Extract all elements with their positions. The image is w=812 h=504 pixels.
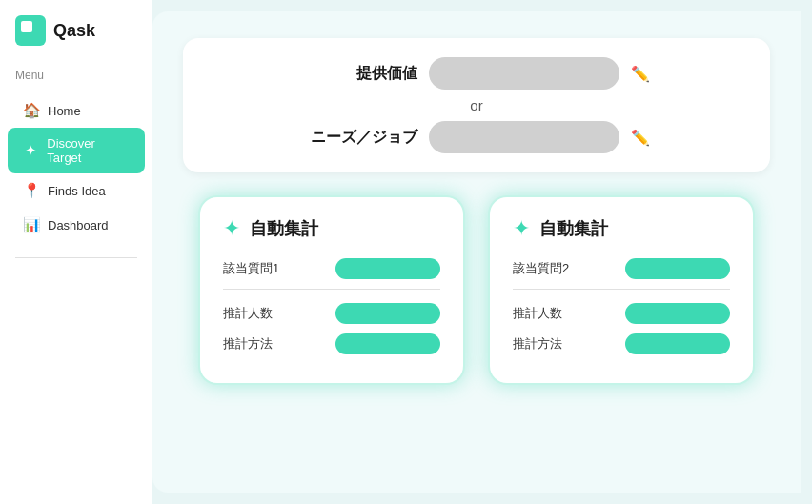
home-icon: 🏠	[23, 102, 40, 119]
card1-sparkle-icon: ✦	[223, 216, 240, 241]
card2-row3-label: 推計方法	[513, 335, 562, 353]
finds-idea-icon: 📍	[23, 182, 40, 199]
card2-row1: 該当質問2	[513, 258, 730, 279]
card2-divider	[513, 289, 730, 290]
card1-title: 自動集計	[250, 217, 318, 240]
cards-section: ✦ 自動集計 該当質問1 推計人数 推計方法 ✦ 自動集計	[183, 195, 770, 385]
sidebar-item-dashboard-label: Dashboard	[48, 218, 109, 232]
sidebar-divider	[15, 257, 137, 258]
field2-label: ニーズ／ジョブ	[303, 128, 417, 148]
logo-icon	[15, 15, 46, 46]
sidebar-item-home[interactable]: 🏠 Home	[8, 93, 145, 128]
card1-row3: 推計方法	[223, 333, 440, 354]
sidebar: Qask Menu 🏠 Home ✦ Discover Target 📍 Fin…	[0, 0, 152, 504]
field1-input[interactable]	[429, 57, 619, 90]
card2: ✦ 自動集計 該当質問2 推計人数 推計方法	[488, 195, 755, 385]
dashboard-icon: 📊	[23, 216, 40, 233]
card1-row1: 該当質問1	[223, 258, 440, 279]
card2-row3-bar	[625, 333, 730, 354]
field1-label: 提供価値	[303, 64, 417, 84]
field2-row: ニーズ／ジョブ ✏️	[221, 121, 732, 153]
top-form-section: 提供価値 ✏️ or ニーズ／ジョブ ✏️	[183, 38, 770, 172]
card1-divider	[223, 289, 440, 290]
card2-row2-label: 推計人数	[513, 305, 562, 322]
card1: ✦ 自動集計 該当質問1 推計人数 推計方法	[198, 195, 465, 385]
sidebar-item-discover-label: Discover Target	[47, 136, 130, 165]
card2-header: ✦ 自動集計	[513, 216, 730, 241]
discover-icon: ✦	[23, 142, 39, 159]
card1-row2-bar	[335, 303, 440, 324]
field2-input[interactable]	[429, 121, 619, 153]
card2-title: 自動集計	[539, 217, 608, 240]
card1-row2: 推計人数	[223, 303, 440, 324]
menu-label: Menu	[0, 61, 152, 90]
card1-row3-bar	[335, 333, 440, 354]
card1-row3-label: 推計方法	[223, 335, 273, 353]
card2-row2-bar	[625, 303, 730, 324]
card1-row2-label: 推計人数	[223, 305, 273, 322]
card2-row3: 推計方法	[513, 333, 730, 354]
sidebar-item-home-label: Home	[48, 104, 81, 118]
field1-row: 提供価値 ✏️	[221, 57, 732, 90]
card2-row1-label: 該当質問2	[513, 260, 569, 277]
card2-row2: 推計人数	[513, 303, 730, 324]
sidebar-item-finds-idea[interactable]: 📍 Finds Idea	[8, 173, 145, 208]
sidebar-item-dashboard[interactable]: 📊 Dashboard	[8, 208, 145, 242]
card1-row1-bar	[335, 258, 440, 279]
logo-text: Qask	[53, 21, 95, 41]
card2-row1-bar	[625, 258, 730, 279]
field2-edit-icon[interactable]: ✏️	[631, 129, 650, 147]
sidebar-item-discover-target[interactable]: ✦ Discover Target	[8, 128, 145, 173]
sidebar-item-finds-idea-label: Finds Idea	[48, 184, 106, 198]
field1-edit-icon[interactable]: ✏️	[631, 65, 650, 83]
logo-area: Qask	[0, 15, 152, 61]
main-content: 提供価値 ✏️ or ニーズ／ジョブ ✏️ ✦ 自動集計 該当質問1 推計人数	[152, 11, 801, 493]
or-separator: or	[470, 97, 482, 113]
card1-row1-label: 該当質問1	[223, 260, 279, 277]
card1-header: ✦ 自動集計	[223, 216, 440, 241]
card2-sparkle-icon: ✦	[513, 216, 530, 241]
